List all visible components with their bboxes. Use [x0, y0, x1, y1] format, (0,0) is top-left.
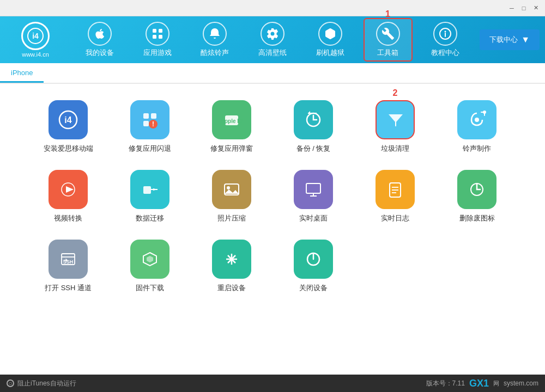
download-label: 下载中心	[489, 35, 518, 45]
tool-backup-label: 备份 / 恢复	[296, 144, 331, 154]
active-number-1: 1	[385, 9, 390, 19]
photo-compress-icon	[212, 170, 251, 209]
realtime-desktop-icon	[294, 170, 333, 209]
nav-wallpaper-label: 高清壁纸	[258, 48, 287, 58]
nav-ringtone[interactable]: 酷炫铃声	[190, 18, 239, 62]
svg-rect-28	[306, 183, 320, 193]
download-arrow-icon: ▼	[521, 35, 530, 45]
delete-icon-icon	[457, 170, 496, 209]
tool-realtime-desktop-label: 实时桌面	[299, 213, 328, 223]
tool-clean-junk-label: 垃圾清理	[381, 144, 409, 154]
tool-ssh-label: 打开 SSH 通道	[45, 283, 92, 293]
tool-firmware-label: 固件下载	[136, 283, 164, 293]
tool-ringtone-make-label: 铃声制作	[463, 144, 491, 154]
tool-photo-compress-label: 照片压缩	[217, 213, 246, 223]
tool-delete-icon[interactable]: 删除废图标	[441, 170, 512, 223]
nav-bar: 我的设备 应用游戏 酷炫铃声	[71, 18, 474, 62]
bell-icon	[203, 22, 227, 46]
backup-icon	[294, 100, 333, 139]
nav-app-game[interactable]: 应用游戏	[133, 18, 182, 62]
tool-photo-compress[interactable]: 照片压缩	[196, 170, 267, 223]
tool-fix-flash[interactable]: ! 修复应用闪退	[114, 100, 185, 154]
nav-toolbox[interactable]: 1 工具箱	[364, 18, 413, 62]
tool-reset[interactable]: 重启设备	[196, 240, 267, 293]
itunes-status-label: 阻止iTunes自动运行	[17, 379, 76, 388]
tool-delete-icon-label: 删除废图标	[459, 213, 495, 223]
brand-logo: GX1	[469, 378, 489, 389]
tool-realtime-desktop[interactable]: 实时桌面	[278, 170, 349, 223]
video-convert-icon	[49, 170, 88, 209]
tools-grid: i4 安装爱思移动端 ! 修复应用闪退	[33, 100, 512, 293]
tool-fix-flash-label: 修复应用闪退	[129, 144, 171, 154]
tool-install-aide[interactable]: i4 安装爱思移动端	[33, 100, 104, 154]
svg-point-21	[475, 118, 479, 122]
logo-url: www.i4.cn	[22, 51, 49, 58]
install-aide-icon: i4	[49, 100, 88, 139]
svg-rect-5	[159, 35, 162, 39]
titlebar: ─ □ ✕	[0, 0, 545, 16]
statusbar: ○ 阻止iTunes自动运行 版本号：7.11 GX1 网 system.com	[0, 375, 545, 392]
nav-ringtone-label: 酷炫铃声	[201, 48, 229, 58]
shutdown-icon	[294, 240, 333, 279]
tool-data-migrate[interactable]: 数据迁移	[114, 170, 185, 223]
tool-realtime-log[interactable]: 实时日志	[360, 170, 431, 223]
version-label: 版本号：7.11	[426, 379, 465, 388]
apple-icon	[88, 22, 112, 46]
itunes-status-icon: ○	[7, 379, 14, 387]
svg-point-27	[227, 186, 230, 189]
info-icon	[433, 22, 457, 46]
fix-flash-icon: !	[130, 100, 169, 139]
nav-my-device[interactable]: 我的设备	[75, 18, 124, 62]
nav-toolbox-label: 工具箱	[377, 48, 398, 58]
status-right: 版本号：7.11 GX1 网 system.com	[426, 378, 538, 389]
nav-tutorial[interactable]: 教程中心	[421, 18, 470, 62]
logo: i4 www.i4.cn	[5, 22, 65, 58]
tool-firmware[interactable]: 固件下载	[114, 240, 185, 293]
firmware-icon	[130, 240, 169, 279]
app-icon	[146, 22, 169, 46]
ringtone-make-icon	[457, 100, 496, 139]
nav-app-game-label: 应用游戏	[143, 48, 172, 58]
tool-install-aide-label: 安装爱思移动端	[44, 144, 93, 154]
tool-realtime-log-label: 实时日志	[381, 213, 409, 223]
tab-iphone[interactable]: iPhone	[0, 64, 44, 83]
svg-point-22	[483, 111, 486, 114]
tool-fix-popup[interactable]: Apple ID 修复应用弹窗	[196, 100, 267, 154]
nav-jailbreak[interactable]: 刷机越狱	[306, 18, 355, 62]
tool-ssh[interactable]: SSH 打开 SSH 通道	[33, 240, 104, 293]
status-left: ○ 阻止iTunes自动运行	[7, 379, 76, 388]
tool-backup[interactable]: 备份 / 恢复	[278, 100, 349, 154]
nav-wallpaper[interactable]: 高清壁纸	[248, 18, 297, 62]
svg-marker-20	[395, 122, 396, 125]
download-button[interactable]: 下载中心 ▼	[480, 29, 540, 50]
data-migrate-icon	[130, 170, 169, 209]
svg-rect-11	[143, 113, 149, 119]
fix-popup-icon: Apple ID	[212, 100, 251, 139]
clean-junk-icon	[376, 100, 415, 139]
tool-ringtone-make[interactable]: 铃声制作	[441, 100, 512, 154]
svg-text:i4: i4	[64, 115, 71, 125]
svg-marker-24	[66, 186, 74, 193]
svg-rect-2	[153, 29, 156, 33]
close-button[interactable]: ✕	[531, 3, 541, 13]
svg-rect-12	[151, 113, 156, 119]
tool-reset-label: 重启设备	[217, 283, 246, 293]
minimize-button[interactable]: ─	[507, 3, 517, 13]
maximize-button[interactable]: □	[519, 3, 529, 13]
tool-data-migrate-label: 数据迁移	[136, 213, 164, 223]
wrench-icon	[376, 22, 400, 46]
site-label: system.com	[504, 379, 538, 387]
main-content: i4 安装爱思移动端 ! 修复应用闪退	[0, 84, 545, 375]
nav-my-device-label: 我的设备	[86, 48, 114, 58]
svg-rect-4	[153, 35, 156, 39]
tool-video-convert-label: 视频转换	[54, 213, 82, 223]
svg-text:Apple ID: Apple ID	[221, 118, 243, 124]
svg-rect-13	[143, 121, 149, 126]
reset-icon	[212, 240, 251, 279]
tool-shutdown[interactable]: 关闭设备	[278, 240, 349, 293]
ssh-icon: SSH	[49, 240, 88, 279]
tool-video-convert[interactable]: 视频转换	[33, 170, 104, 223]
tool-shutdown-label: 关闭设备	[299, 283, 328, 293]
logo-icon: i4	[21, 22, 50, 50]
tool-clean-junk[interactable]: 2 垃圾清理	[360, 100, 431, 154]
